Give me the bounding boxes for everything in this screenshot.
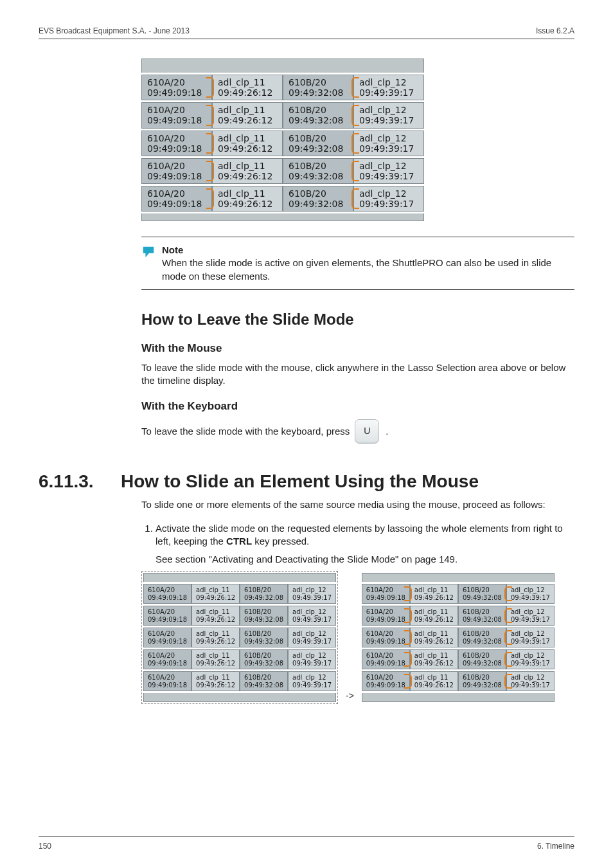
timeline-cell: 610A/2009:49:09:18 [362,628,410,647]
key-u: U [355,419,379,444]
timeline-cell: adl_clp_1209:49:39:17 [506,606,555,626]
section-title-leave-slide: How to Leave the Slide Mode [141,309,574,330]
timeline-cell: adl_clp_1209:49:39:17 [353,75,424,100]
timeline-cell: 610B/2009:49:32:08 [283,158,353,184]
arrow-icon: -> [344,690,355,702]
timeline-cell: adl_clp_1109:49:26:12 [212,186,283,212]
timeline-before-after: 610A/2009:49:09:18adl_clp_1109:49:26:126… [141,571,574,704]
timeline-cell: adl_clp_1109:49:26:12 [410,649,458,669]
timeline-cell: 610A/2009:49:09:18 [362,606,410,626]
table-row: 610A/2009:49:09:18adl_clp_1109:49:26:126… [141,75,424,100]
page-footer: 150 6. Timeline [39,836,574,851]
timeline-cell: adl_clp_1109:49:26:12 [410,671,458,691]
timeline-cell: 610A/2009:49:09:18 [141,158,212,184]
timeline-cell: adl_clp_1209:49:39:17 [506,584,555,604]
timeline-cell: 610A/2009:49:09:18 [362,649,410,669]
timeline-cell: 610A/2009:49:09:18 [362,584,410,604]
table-row: 610A/2009:49:09:18adl_clp_1109:49:26:126… [143,628,336,647]
timeline-cell: adl_clp_1209:49:39:17 [506,628,555,647]
timeline-cell: adl_clp_1109:49:26:12 [191,671,240,691]
timeline-cell: 610A/2009:49:09:18 [141,102,212,128]
timeline-header-strip [141,59,424,73]
timeline-cell: adl_clp_1209:49:39:17 [288,606,336,626]
timeline-cell: adl_clp_1209:49:39:17 [353,102,424,128]
timeline-cell: adl_clp_1109:49:26:12 [191,606,240,626]
timeline-cell: 610B/2009:49:32:08 [240,649,288,669]
kbd-text-pre: To leave the slide mode with the keyboar… [141,425,350,438]
timeline-cell: 610A/2009:49:09:18 [141,131,212,156]
timeline-footer-strip [143,693,336,702]
table-row: 610A/2009:49:09:18adl_clp_1109:49:26:126… [141,186,424,212]
header-right: Issue 6.2.A [536,26,574,36]
table-row: 610A/2009:49:09:18adl_clp_1109:49:26:126… [362,584,555,604]
subheading-keyboard: With the Keyboard [141,399,574,414]
timeline-cell: 610B/2009:49:32:08 [283,102,353,128]
timeline-cell: 610B/2009:49:32:08 [458,584,506,604]
timeline-cell: adl_clp_1209:49:39:17 [288,628,336,647]
section-title-slide-element: How to Slide an Element Using the Mouse [121,469,479,494]
steps-list: Activate the slide mode on the requested… [141,522,574,566]
timeline-cell: 610B/2009:49:32:08 [283,186,353,212]
timeline-cell: adl_clp_1209:49:39:17 [288,649,336,669]
timeline-footer-strip [362,693,555,702]
section2-intro: To slide one or more elements of the sam… [141,498,574,511]
section-number: 6.11.3. [39,469,109,494]
timeline-cell: adl_clp_1209:49:39:17 [353,158,424,184]
header-left: EVS Broadcast Equipment S.A. - June 2013 [39,26,190,36]
page-header: EVS Broadcast Equipment S.A. - June 2013… [39,26,574,39]
paragraph-keyboard: To leave the slide mode with the keyboar… [141,419,574,444]
step-1-ctrl: CTRL [226,536,252,547]
timeline-cell: 610A/2009:49:09:18 [362,671,410,691]
table-row: 610A/2009:49:09:18adl_clp_1109:49:26:126… [143,584,336,604]
step-1: Activate the slide mode on the requested… [155,522,574,566]
timeline-cell: adl_clp_1109:49:26:12 [410,584,458,604]
note-icon [141,245,155,259]
timeline-figure-after: 610A/2009:49:09:18adl_clp_1109:49:26:126… [362,573,555,702]
timeline-cell: adl_clp_1209:49:39:17 [288,671,336,691]
table-row: 610A/2009:49:09:18adl_clp_1109:49:26:126… [143,649,336,669]
timeline-cell: 610B/2009:49:32:08 [283,131,353,156]
timeline-cell: 610B/2009:49:32:08 [458,671,506,691]
note-text: When the slide mode is active on given e… [162,257,574,283]
table-row: 610A/2009:49:09:18adl_clp_1109:49:26:126… [362,649,555,669]
timeline-cell: 610A/2009:49:09:18 [141,75,212,100]
timeline-cell: adl_clp_1109:49:26:12 [212,131,283,156]
step-1-reference: See section "Activating and Deactivating… [155,553,574,566]
timeline-cell: 610B/2009:49:32:08 [240,584,288,604]
table-row: 610A/2009:49:09:18adl_clp_1109:49:26:126… [143,606,336,626]
timeline-cell: adl_clp_1209:49:39:17 [506,649,555,669]
timeline-footer-strip [141,213,424,221]
timeline-cell: 610A/2009:49:09:18 [143,606,191,626]
timeline-cell: adl_clp_1109:49:26:12 [191,628,240,647]
page-number: 150 [39,841,51,851]
step-1-text-a: Activate the slide mode on the requested… [155,523,563,547]
timeline-figure-before: 610A/2009:49:09:18adl_clp_1109:49:26:126… [143,573,336,702]
timeline-cell: adl_clp_1109:49:26:12 [410,628,458,647]
timeline-cell: 610A/2009:49:09:18 [143,628,191,647]
subheading-mouse: With the Mouse [141,341,574,356]
note-block: Note When the slide mode is active on gi… [141,237,574,290]
timeline-cell: 610B/2009:49:32:08 [240,606,288,626]
timeline-cell: adl_clp_1109:49:26:12 [191,584,240,604]
table-row: 610A/2009:49:09:18adl_clp_1109:49:26:126… [362,628,555,647]
timeline-cell: 610A/2009:49:09:18 [141,186,212,212]
timeline-cell: adl_clp_1109:49:26:12 [212,158,283,184]
paragraph-mouse: To leave the slide mode with the mouse, … [141,361,574,388]
timeline-cell: adl_clp_1209:49:39:17 [353,186,424,212]
timeline-cell: 610B/2009:49:32:08 [240,628,288,647]
note-title: Note [162,244,574,257]
timeline-cell: 610A/2009:49:09:18 [143,671,191,691]
timeline-figure-before-selection: 610A/2009:49:09:18adl_clp_1109:49:26:126… [141,571,338,704]
table-row: 610A/2009:49:09:18adl_clp_1109:49:26:126… [141,102,424,128]
kbd-text-post: . [384,425,388,438]
timeline-cell: 610B/2009:49:32:08 [240,671,288,691]
timeline-cell: 610B/2009:49:32:08 [283,75,353,100]
table-row: 610A/2009:49:09:18adl_clp_1109:49:26:126… [141,131,424,156]
timeline-cell: adl_clp_1109:49:26:12 [410,606,458,626]
timeline-cell: adl_clp_1109:49:26:12 [191,649,240,669]
table-row: 610A/2009:49:09:18adl_clp_1109:49:26:126… [143,671,336,691]
timeline-header-strip [143,573,336,582]
timeline-cell: adl_clp_1209:49:39:17 [288,584,336,604]
timeline-cell: 610A/2009:49:09:18 [143,584,191,604]
timeline-cell: adl_clp_1109:49:26:12 [212,75,283,100]
